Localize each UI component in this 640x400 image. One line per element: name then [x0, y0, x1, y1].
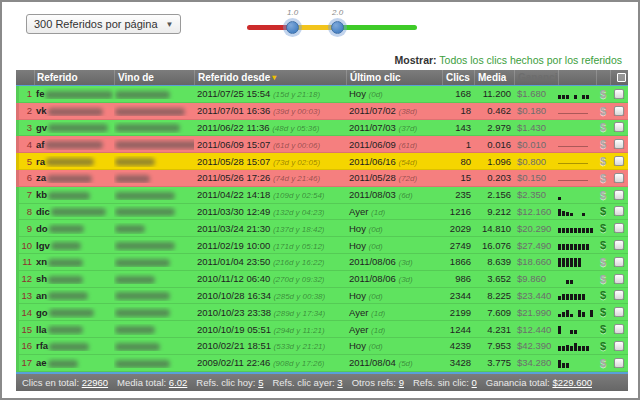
row-checkbox[interactable]	[610, 290, 628, 300]
redacted-name	[48, 192, 90, 200]
row-checkbox[interactable]	[610, 190, 628, 200]
referido-desde-value: 2011/07/25 15:54 (15d y 21:18)	[194, 88, 346, 99]
dollar-icon[interactable]: $	[596, 323, 610, 335]
checkbox-icon[interactable]	[614, 89, 624, 99]
dollar-icon[interactable]: $	[596, 121, 610, 133]
row-checkbox[interactable]	[610, 274, 628, 284]
checkbox-icon[interactable]	[614, 257, 624, 267]
total-stat-value[interactable]: 22960	[82, 377, 108, 388]
table-row: 15 lla 2010/10/19 05:51 (294d y 11:21) A…	[16, 321, 628, 338]
table-row: 11 xn 2011/01/04 23:50 (216d y 16:22) 20…	[16, 254, 628, 271]
checkbox-icon[interactable]	[614, 106, 624, 116]
referido-desde-value: 2009/02/11 22:46 (908d y 17:26)	[194, 357, 346, 368]
checkbox-icon[interactable]	[614, 341, 624, 351]
dollar-icon[interactable]: $	[596, 289, 610, 301]
clics-value: 3428	[442, 357, 474, 368]
redacted-name	[45, 91, 113, 99]
dollar-icon[interactable]: $	[596, 105, 610, 117]
dollar-icon[interactable]: $	[596, 357, 610, 369]
vino-de-value	[114, 156, 194, 167]
checkbox-icon[interactable]	[614, 290, 624, 300]
table-row: 2 vk 2011/07/01 16:36 (39d y 00:03) 2011…	[16, 103, 628, 120]
slider-handle-low[interactable]	[286, 21, 299, 34]
checkbox-icon[interactable]	[614, 324, 624, 334]
dollar-icon[interactable]: $	[596, 273, 610, 285]
row-checkbox[interactable]	[610, 307, 628, 317]
row-checkbox[interactable]	[610, 206, 628, 216]
media-value: 8.639	[474, 256, 514, 267]
total-stat: Otros refs: 9	[352, 377, 404, 388]
dollar-icon[interactable]: $	[596, 306, 610, 318]
total-stat: Ganancia total: $229.600	[486, 377, 592, 388]
header-vino-de[interactable]: Vino de	[114, 70, 194, 85]
clics-value: 2029	[442, 223, 474, 234]
row-checkbox[interactable]	[610, 106, 628, 116]
per-page-select[interactable]: 300 Referidos por página ▼	[26, 14, 181, 34]
ganancia-value: $0.800	[514, 156, 558, 167]
total-stat: Clics en total: 22960	[22, 377, 108, 388]
checkbox-icon[interactable]	[614, 358, 624, 368]
sort-desc-icon: ▾	[272, 73, 276, 82]
row-checkbox[interactable]	[610, 223, 628, 233]
row-checkbox[interactable]	[610, 240, 628, 250]
checkbox-icon[interactable]	[614, 190, 624, 200]
referido-name: kb	[34, 189, 114, 200]
activity-sparkline	[558, 254, 596, 270]
row-checkbox[interactable]	[610, 358, 628, 368]
total-stat-value[interactable]: 3	[337, 377, 342, 388]
row-checkbox[interactable]	[610, 156, 628, 166]
header-ultimo-clic[interactable]: Último clic	[346, 70, 442, 85]
slider-handle-high[interactable]	[331, 21, 344, 34]
header-referido[interactable]: Referido	[34, 70, 114, 85]
checkbox-icon[interactable]	[617, 73, 626, 82]
dollar-icon[interactable]: $	[596, 340, 610, 352]
checkbox-icon[interactable]	[614, 274, 624, 284]
ganancia-value: $21.990	[514, 307, 558, 318]
header-referido-desde[interactable]: Referido desde ▾	[194, 70, 346, 85]
ultimo-clic-value: Hoy (0d)	[346, 88, 442, 99]
checkbox-icon[interactable]	[614, 156, 624, 166]
total-stat-value[interactable]: 0	[472, 377, 477, 388]
total-stat-value[interactable]: $229.600	[552, 377, 592, 388]
dollar-icon[interactable]: $	[596, 138, 610, 150]
dollar-icon[interactable]: $	[596, 205, 610, 217]
row-checkbox[interactable]	[610, 139, 628, 149]
activity-sparkline	[558, 271, 596, 287]
header-clics[interactable]: Clics	[442, 70, 474, 85]
dollar-icon[interactable]: $	[596, 155, 610, 167]
redacted-origin	[115, 124, 180, 132]
checkbox-icon[interactable]	[614, 122, 624, 132]
header-media[interactable]: Media	[474, 70, 514, 85]
dollar-icon[interactable]: $	[596, 189, 610, 201]
row-checkbox[interactable]	[610, 257, 628, 267]
dollar-icon[interactable]: $	[596, 239, 610, 251]
row-checkbox[interactable]	[610, 173, 628, 183]
select-all-checkbox[interactable]	[610, 70, 628, 85]
row-checkbox[interactable]	[610, 122, 628, 132]
dollar-icon[interactable]: $	[596, 172, 610, 184]
total-stat-value[interactable]: 6.02	[169, 377, 188, 388]
clics-value: 2199	[442, 307, 474, 318]
vino-de-value	[114, 189, 194, 200]
table-row: 6 za 2011/05/26 17:26 (74d y 21:46) 2011…	[16, 170, 628, 187]
checkbox-icon[interactable]	[614, 173, 624, 183]
activity-sparkline	[558, 304, 596, 320]
checkbox-icon[interactable]	[614, 307, 624, 317]
row-checkbox[interactable]	[610, 341, 628, 351]
referido-desde-value: 2010/10/19 05:51 (294d y 11:21)	[194, 324, 346, 335]
mostrar-filter-link[interactable]: Todos los clics hechos por los referidos	[439, 54, 622, 66]
checkbox-icon[interactable]	[614, 240, 624, 250]
header-ganancia[interactable]: Ganancia	[514, 70, 558, 85]
redacted-origin	[115, 343, 160, 351]
row-checkbox[interactable]	[610, 89, 628, 99]
dollar-icon[interactable]: $	[596, 222, 610, 234]
checkbox-icon[interactable]	[614, 139, 624, 149]
dollar-icon[interactable]: $	[596, 256, 610, 268]
row-checkbox[interactable]	[610, 324, 628, 334]
checkbox-icon[interactable]	[614, 206, 624, 216]
clics-value: 143	[442, 122, 474, 133]
checkbox-icon[interactable]	[614, 223, 624, 233]
dollar-icon[interactable]: $	[596, 88, 610, 100]
total-stat-value[interactable]: 9	[399, 377, 404, 388]
total-stat-value[interactable]: 5	[258, 377, 263, 388]
